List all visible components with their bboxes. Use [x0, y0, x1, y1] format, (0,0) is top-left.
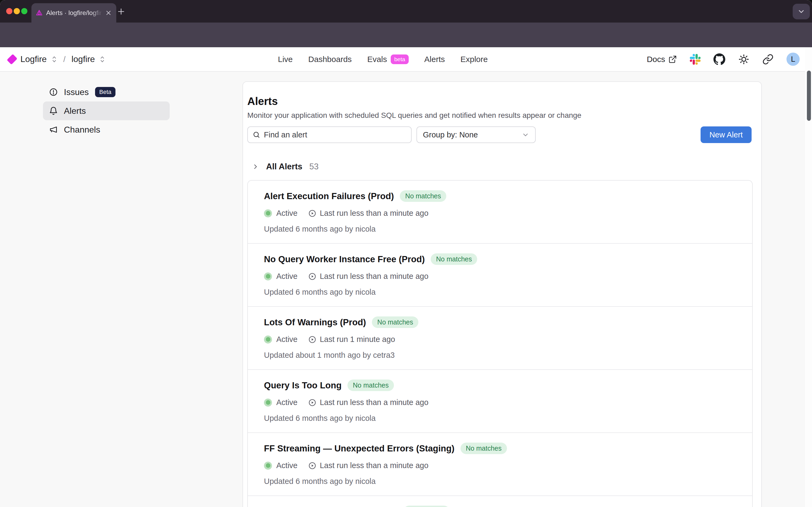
main-nav: Live Dashboards Evals beta Alerts Explor…: [278, 47, 488, 71]
no-matches-badge: No matches: [372, 317, 418, 328]
new-alert-button[interactable]: New Alert: [701, 126, 752, 143]
window-controls: [6, 8, 28, 14]
chevron-down-icon: [522, 131, 529, 138]
logfire-logo-icon: [7, 54, 17, 65]
theme-toggle-sun-icon[interactable]: [738, 54, 749, 65]
play-circle-icon: [308, 272, 316, 280]
alert-last-run: Last run 1 minute ago: [320, 335, 395, 344]
sidebar-item-alerts[interactable]: Alerts: [43, 102, 170, 120]
docs-link[interactable]: Docs: [647, 55, 677, 64]
slack-icon[interactable]: [690, 54, 701, 65]
project-switcher[interactable]: logfire: [71, 54, 95, 64]
alert-status: Active: [276, 272, 297, 281]
no-matches-badge: No matches: [347, 380, 394, 391]
external-link-icon: [668, 55, 677, 64]
evals-beta-badge: beta: [391, 54, 409, 64]
nav-live[interactable]: Live: [278, 55, 293, 64]
alert-row[interactable]: Alert Execution Failures (Prod) No match…: [248, 181, 752, 244]
group-by-value: Group by: None: [423, 130, 478, 139]
nav-explore[interactable]: Explore: [461, 55, 488, 64]
alert-row[interactable]: Query Is Too Long No matches Active Last…: [248, 370, 752, 433]
group-label: All Alerts: [266, 162, 302, 171]
tab-search-button[interactable]: [793, 4, 810, 19]
user-avatar[interactable]: L: [787, 53, 800, 66]
browser-window: Alerts · logfire/logfire · Pydant: [0, 0, 812, 507]
org-switcher-caret-icon[interactable]: [51, 55, 57, 63]
browser-tab[interactable]: Alerts · logfire/logfire · Pydant: [32, 3, 116, 22]
window-zoom-button[interactable]: [21, 8, 28, 14]
alert-status: Active: [276, 335, 297, 344]
alert-last-run: Last run less than a minute ago: [320, 209, 429, 218]
alert-updated: Updated 6 months ago by nicola: [264, 288, 736, 296]
share-link-icon[interactable]: [762, 54, 774, 65]
active-status-icon: [264, 462, 272, 470]
megaphone-icon: [49, 125, 58, 134]
active-status-icon: [264, 399, 272, 407]
breadcrumb: Logfire / logfire: [8, 47, 106, 71]
alert-row[interactable]: Lots Of Warnings (Prod) No matches Activ…: [248, 307, 752, 370]
sidebar-item-label: Issues: [64, 87, 89, 97]
sidebar: Issues Beta Alerts Channels: [43, 83, 170, 139]
play-circle-icon: [308, 399, 316, 407]
app-header: Logfire / logfire Live Dashboards Evals …: [0, 47, 812, 72]
active-status-icon: [264, 272, 272, 280]
issues-beta-badge: Beta: [95, 87, 115, 97]
alert-last-run: Last run less than a minute ago: [320, 461, 429, 470]
alerts-panel: Alerts Monitor your application with sch…: [242, 81, 762, 507]
alert-name: FF Streaming — Unexpected Errors (Stagin…: [264, 443, 454, 454]
alert-name: Query Is Too Long: [264, 380, 341, 391]
bell-icon: [49, 106, 58, 115]
alert-updated: Updated 6 months ago by nicola: [264, 477, 736, 486]
page-body: Issues Beta Alerts Channels Alerts Monit…: [0, 72, 812, 507]
no-matches-badge: No matches: [431, 253, 477, 265]
alert-search-box[interactable]: [247, 126, 412, 143]
play-circle-icon: [308, 209, 316, 217]
alert-last-run: Last run less than a minute ago: [320, 272, 429, 281]
no-matches-badge: No matches: [461, 443, 507, 454]
chevron-down-icon: [797, 7, 805, 15]
alert-status: Active: [276, 461, 297, 470]
alerts-list: Alert Execution Failures (Prod) No match…: [247, 180, 753, 507]
alert-status: Active: [276, 398, 297, 407]
docs-label: Docs: [647, 55, 665, 64]
window-minimize-button[interactable]: [14, 8, 20, 14]
tab-title: Alerts · logfire/logfire · Pydant: [46, 9, 104, 17]
group-count: 53: [309, 162, 319, 171]
pydantic-favicon-icon: [36, 9, 43, 16]
window-close-button[interactable]: [6, 8, 12, 14]
alert-name: Lots Of Warnings (Prod): [264, 317, 366, 328]
nav-evals-label: Evals: [367, 55, 387, 64]
alert-row[interactable]: No Query Worker Instance Free (Prod) No …: [248, 244, 752, 307]
alert-row[interactable]: FF Streaming — Unexpected Errors (Stagin…: [248, 433, 752, 496]
issues-icon: [49, 88, 58, 97]
org-switcher[interactable]: Logfire: [20, 54, 47, 64]
alert-status: Active: [276, 209, 297, 218]
active-status-icon: [264, 209, 272, 217]
sidebar-item-issues[interactable]: Issues Beta: [43, 83, 170, 102]
active-status-icon: [264, 336, 272, 344]
alert-search-input[interactable]: [264, 130, 406, 139]
alert-updated: Updated 6 months ago by nicola: [264, 225, 736, 233]
alert-name: No Query Worker Instance Free (Prod): [264, 253, 425, 265]
search-icon: [253, 131, 260, 139]
tab-close-icon[interactable]: [105, 9, 112, 16]
play-circle-icon: [308, 462, 316, 470]
alerts-group-header[interactable]: All Alerts 53: [247, 162, 752, 171]
breadcrumb-separator: /: [63, 55, 65, 64]
alert-updated: Updated 6 months ago by nicola: [264, 414, 736, 423]
scrollbar-thumb[interactable]: [807, 71, 811, 121]
page-subtitle: Monitor your application with scheduled …: [247, 111, 752, 120]
alert-name: Slow Ingestion Requests (Prod): [264, 506, 397, 507]
nav-alerts[interactable]: Alerts: [424, 55, 445, 64]
sidebar-item-channels[interactable]: Channels: [43, 120, 170, 139]
github-icon[interactable]: [713, 53, 725, 65]
browser-toolbar: logfire-eu.pydantic.info/logfire/logfire…: [0, 22, 812, 47]
alert-row[interactable]: Slow Ingestion Requests (Prod) No matche…: [248, 496, 752, 507]
group-by-select[interactable]: Group by: None: [417, 126, 536, 143]
nav-evals[interactable]: Evals beta: [367, 54, 409, 64]
nav-dashboards[interactable]: Dashboards: [308, 55, 352, 64]
new-tab-button[interactable]: [116, 7, 126, 16]
header-actions: Docs: [647, 47, 800, 71]
alert-updated: Updated about 1 month ago by cetra3: [264, 351, 736, 360]
project-switcher-caret-icon[interactable]: [99, 55, 106, 63]
